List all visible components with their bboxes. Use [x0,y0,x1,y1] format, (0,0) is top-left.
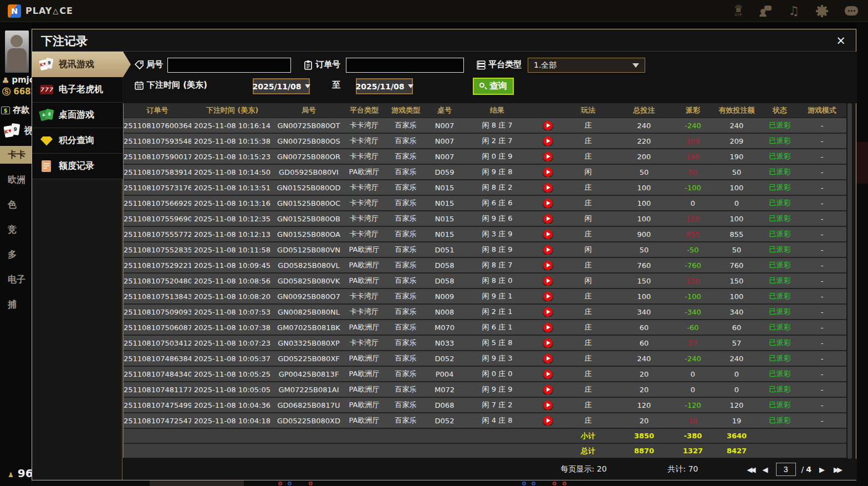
date-from-select[interactable]: 2025/11/08 [253,78,310,94]
cell-round: GN00825B080NL [273,308,344,316]
cell-play [533,338,563,348]
background-nav-item[interactable]: 电子 [0,271,32,288]
filters-panel: 局号 订单号 平台类型 1.全部 下注时间 (美东) [123,52,857,103]
cell-total-bet: 60 [614,339,675,347]
background-nav-item[interactable]: 竞 [0,221,32,239]
vip-icon[interactable]: ♛VIP [734,5,743,17]
chevron-down-icon [408,84,413,88]
cell-order: 251108107600364 [124,122,191,130]
cell-time: 2025-11-08 10:15:38 [191,137,273,145]
replay-button[interactable] [543,136,553,146]
modal-sidebar-item[interactable]: 积分查询 [32,128,122,154]
cell-payout: -100 [675,292,711,301]
status-badge: 已派彩 [762,400,798,410]
last-page-icon[interactable]: ▶▶ [834,465,840,474]
background-nav-item[interactable]: 卡卡 [0,146,32,164]
first-page-icon[interactable]: ◀◀ [747,465,754,474]
replay-button[interactable] [543,261,553,270]
cell-table: D052 [427,355,462,363]
background-nav-item[interactable]: 色 [0,196,32,214]
background-nav-item[interactable]: 多 [0,246,32,264]
replay-button[interactable] [543,245,553,255]
modal-sidebar-item[interactable]: 额度记录 [32,154,122,179]
cell-mode: - [798,246,846,254]
modal-sidebar-item[interactable]: 777 电子老虎机 [32,77,122,103]
status-badge: 已派彩 [762,384,798,394]
replay-button[interactable] [543,183,553,193]
background-nav-item[interactable]: 捕 [0,296,32,313]
deposit-button[interactable]: $ 存款 [1,105,29,115]
replay-button[interactable] [543,323,553,332]
replay-button[interactable] [543,369,553,379]
replay-button[interactable] [543,307,553,317]
play-icon [547,418,550,423]
cell-valid-bet: 100 [711,215,762,223]
cell-bet-type: 庄 [563,260,614,270]
order-input[interactable] [346,58,464,73]
cell-game: 百家乐 [384,307,427,317]
background-nav-item[interactable]: 欧洲 [0,171,32,189]
cell-payout: 190 [675,153,711,161]
next-page-icon[interactable]: ▶ [819,465,825,474]
cell-play [533,261,563,270]
support-icon[interactable] [759,6,772,17]
page-number-input[interactable] [776,463,796,476]
round-input[interactable] [167,58,291,73]
header-bet-type: 玩法 [563,105,614,115]
replay-button[interactable] [543,276,553,286]
replay-button[interactable] [543,152,553,161]
replay-button[interactable] [543,292,553,301]
cell-valid-bet: 120 [711,401,762,409]
cell-round: GM07225B081AI [273,386,344,394]
messages-icon[interactable] [845,6,858,16]
cell-bet-type: 闲 [563,245,614,255]
replay-button[interactable] [543,199,553,208]
platform-select[interactable]: 1.全部 [528,58,645,73]
replay-button[interactable] [543,121,553,130]
replay-button[interactable] [543,338,553,348]
video-games-nav[interactable]: K♥9 视 [4,124,32,138]
table-row: 251108107486384 2025-11-08 10:05:37 GD05… [124,351,846,366]
cell-bet-type: 庄 [563,338,614,348]
cell-mode: - [798,261,846,270]
dealer-photo [150,480,244,486]
replay-button[interactable] [543,401,553,410]
cell-play [533,168,563,177]
table-row: 251108107600364 2025-11-08 10:16:14 GN00… [124,118,846,133]
cell-platform: PA欧洲厅 [344,322,384,332]
replay-button[interactable] [543,416,553,426]
cell-play [533,323,563,332]
modal-sidebar-item[interactable]: K♥9 视讯游戏 [32,52,131,77]
cell-order: 251108107484340 [124,370,191,378]
avatar[interactable] [5,31,29,73]
status-badge: 已派彩 [762,307,798,317]
prev-page-icon[interactable]: ◀ [763,465,768,474]
cell-time: 2025-11-08 10:05:37 [191,355,273,363]
cell-mode: - [798,370,846,378]
cell-total-bet: 240 [614,122,675,130]
play-icon [547,123,550,128]
search-button[interactable]: 查询 [473,78,514,95]
brand-logo[interactable]: N PLAY△CE [8,4,73,18]
play-icon [547,279,550,283]
replay-button[interactable] [543,214,553,224]
modal-sidebar-item[interactable]: ♣$ 桌面游戏 [32,103,122,128]
date-to-select[interactable]: 2025/11/08 [356,78,413,94]
replay-button[interactable] [543,354,553,363]
cell-bet-type: 庄 [563,322,614,332]
music-icon[interactable]: ♫ [788,4,799,18]
cell-game: 百家乐 [384,416,427,426]
table-scrollbar[interactable] [847,103,852,459]
status-badge: 已派彩 [762,183,798,193]
cell-total-bet: 20 [614,417,675,425]
replay-button[interactable] [543,168,553,177]
cell-round: GD05825B080VL [273,261,344,270]
status-badge: 已派彩 [762,322,798,332]
replay-button[interactable] [543,230,553,239]
cell-result: 闲 8 庄 7 [462,120,533,130]
close-icon[interactable]: × [834,34,848,48]
settings-gear-icon[interactable] [816,5,828,17]
play-icon [547,216,550,221]
user-icon: 👤︎ [2,77,9,84]
replay-button[interactable] [543,385,553,394]
